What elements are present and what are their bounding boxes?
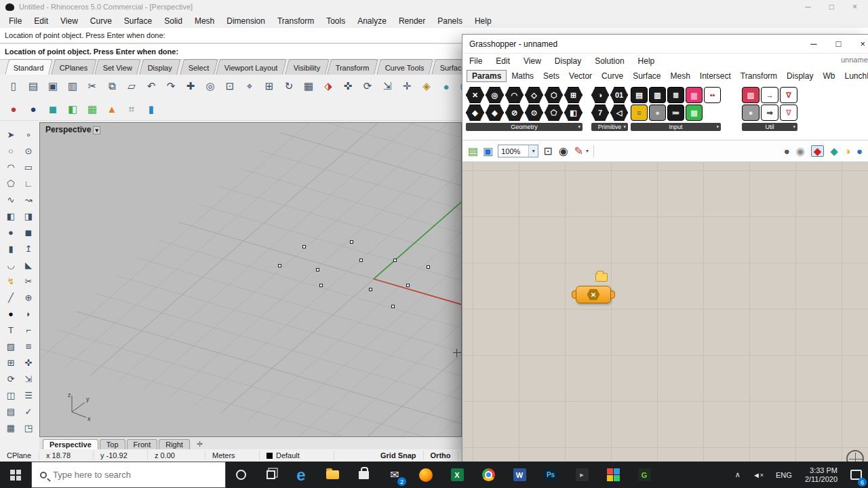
category-tab[interactable]: Mesh xyxy=(665,71,694,81)
item-picker-icon[interactable]: ≔ xyxy=(667,105,684,121)
grasshopper-canvas[interactable]: ✕ xyxy=(462,162,868,462)
status-layer[interactable]: Default xyxy=(260,451,334,460)
grasshopper-menu-item[interactable]: View xyxy=(517,56,548,66)
tray-chevron-icon[interactable]: ∧ xyxy=(729,470,747,479)
rhino-menu-item[interactable]: Transform xyxy=(271,15,320,27)
point-object[interactable] xyxy=(406,284,410,287)
viewport-tab[interactable]: Front xyxy=(127,439,158,449)
category-tab[interactable]: Params xyxy=(467,70,507,82)
point-object[interactable] xyxy=(350,240,353,244)
redo-icon[interactable]: ↷ xyxy=(163,78,179,94)
grasshopper-menu-item[interactable]: File xyxy=(462,56,489,66)
point-object[interactable] xyxy=(359,259,363,262)
group-param-icon[interactable]: ◈ xyxy=(486,105,504,121)
box-icon[interactable]: ◼ xyxy=(20,224,37,240)
mirror-icon[interactable]: ◫ xyxy=(2,387,20,403)
polygon-icon[interactable]: ⬠ xyxy=(2,175,20,191)
point-object[interactable] xyxy=(278,264,281,267)
grasshopper-minimize-button[interactable]: ─ xyxy=(810,39,816,49)
sketch-tool-icon[interactable]: ⊡ xyxy=(543,146,552,157)
rhino-menu-item[interactable]: File xyxy=(3,15,28,27)
preview-wireframe-icon[interactable]: ◉ xyxy=(796,146,805,156)
rotate-tool-icon[interactable]: ⟳ xyxy=(2,371,20,387)
rhino-menu-item[interactable]: Analyze xyxy=(351,15,393,27)
plane-param-icon[interactable]: ⊘ xyxy=(505,105,524,121)
surface-param-icon[interactable]: ⬠ xyxy=(545,105,563,121)
rhino-menu-item[interactable]: Tools xyxy=(320,15,351,27)
rhino-menu-item[interactable]: Edit xyxy=(28,15,54,27)
layer-table-icon[interactable]: ▦ xyxy=(300,78,317,94)
point-param-icon[interactable]: ⊙ xyxy=(525,105,543,121)
category-tab[interactable]: Sets xyxy=(538,71,564,81)
arc-param-icon[interactable]: ◠ xyxy=(505,87,524,103)
cherry-picker-icon[interactable]: •• xyxy=(704,87,721,103)
point-object[interactable] xyxy=(316,268,319,271)
search-input[interactable] xyxy=(53,470,202,480)
grasshopper-maximize-button[interactable]: □ xyxy=(836,39,842,49)
palette-group-label[interactable]: Geometry ▾ xyxy=(466,123,583,131)
rhino-maximize-button[interactable]: □ xyxy=(829,1,834,13)
category-tab[interactable]: Maths xyxy=(507,71,538,81)
cylinder-blue-icon[interactable]: ▮ xyxy=(143,101,159,117)
cage-icon[interactable]: ◳ xyxy=(20,419,37,436)
zoom-select[interactable]: 100% ▾ xyxy=(498,145,538,157)
rhino-menu-item[interactable]: Curve xyxy=(84,15,118,27)
taskbar-app-grasshopper[interactable]: G xyxy=(629,462,660,488)
grid-snap-icon[interactable]: ▦ xyxy=(2,419,20,436)
taskbar-app-firefox[interactable] xyxy=(410,462,441,488)
geometry-param-icon[interactable]: ◆ xyxy=(466,105,484,121)
dimension-icon[interactable]: ⌐ xyxy=(20,322,37,338)
layers-icon[interactable]: ☰ xyxy=(20,387,37,403)
colour-wheel-icon[interactable]: ▨ xyxy=(742,87,760,103)
toolbar-tab[interactable]: Visibility xyxy=(285,59,329,75)
rhino-close-button[interactable]: × xyxy=(852,1,857,13)
point-marker-icon[interactable]: ✛ xyxy=(399,78,415,94)
mesh-param-icon[interactable]: ⊞ xyxy=(564,87,583,103)
taskbar-app-photoshop[interactable]: Ps xyxy=(535,462,566,488)
rhino-menu-item[interactable]: Panels xyxy=(431,15,469,27)
cube-green-icon[interactable]: ▦ xyxy=(84,101,100,117)
point-object[interactable] xyxy=(427,265,430,269)
zoom-icon[interactable]: ◎ xyxy=(202,78,218,94)
preview-off-icon[interactable]: ● xyxy=(784,146,790,156)
taskbar-app-mail[interactable]: ✉ 2 xyxy=(379,462,410,488)
preview-mode-icon[interactable]: ◉ xyxy=(559,146,568,157)
point-object[interactable] xyxy=(393,259,397,262)
box-teal-icon[interactable]: ◼ xyxy=(45,101,61,117)
component-output-nub[interactable] xyxy=(610,290,615,299)
text-param-icon[interactable]: ◁ xyxy=(610,105,628,121)
fitness-icon[interactable]: ∇ xyxy=(780,105,797,121)
cluster-icon[interactable]: ● xyxy=(742,105,760,121)
pan-icon[interactable]: ✚ xyxy=(182,78,199,94)
zoom-extents-icon[interactable]: ⊞ xyxy=(261,78,277,94)
preview-shaded-icon[interactable]: ◆ xyxy=(811,145,825,157)
select-icon[interactable]: ➤ xyxy=(2,126,20,143)
zoom-selected-icon[interactable]: ⌖ xyxy=(241,78,258,94)
toolbar-tab[interactable]: Set View xyxy=(94,59,141,75)
ellipse-icon[interactable]: ⊙ xyxy=(20,143,37,159)
palette-group-label[interactable]: Input ▾ xyxy=(631,123,721,131)
galapagos-icon[interactable]: ∇ xyxy=(780,87,797,103)
brep-param-icon[interactable]: ⬡ xyxy=(545,87,563,103)
rhino-menu-item[interactable]: View xyxy=(54,15,84,27)
wireframe-icon[interactable]: ⌗ xyxy=(123,101,140,117)
chevron-down-icon[interactable]: ▾ xyxy=(586,148,589,154)
status-units[interactable]: Meters xyxy=(205,451,260,460)
save-icon[interactable]: ▣ xyxy=(45,78,61,94)
category-tab[interactable]: Transform xyxy=(736,71,782,81)
text-icon[interactable]: T xyxy=(2,322,20,338)
taskbar-app-photos[interactable] xyxy=(597,462,629,488)
category-tab[interactable]: Wb xyxy=(818,71,840,81)
move-tool-icon[interactable]: ✜ xyxy=(20,354,37,371)
point-object[interactable] xyxy=(391,305,395,308)
pipe-icon[interactable]: ◗ xyxy=(20,305,37,322)
polyline-icon[interactable]: ∟ xyxy=(20,175,37,191)
join-icon[interactable]: ⊕ xyxy=(20,289,37,305)
block-icon[interactable]: ⧈ xyxy=(20,338,37,354)
sphere-icon[interactable]: ● xyxy=(2,224,20,240)
value-list-icon[interactable]: ≣ xyxy=(667,87,684,103)
open-file-icon[interactable]: ▤ xyxy=(25,78,41,94)
palette-group-label[interactable]: Primitive ▾ xyxy=(591,123,628,131)
undo-icon[interactable]: ↶ xyxy=(143,78,159,94)
cut-icon[interactable]: ✂ xyxy=(84,78,100,94)
